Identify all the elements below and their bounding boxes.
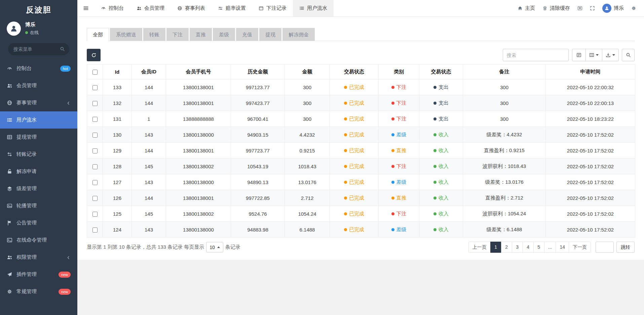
columns-button[interactable] bbox=[585, 49, 602, 61]
row-checkbox[interactable] bbox=[92, 180, 98, 185]
tab-recharge[interactable]: 充值 bbox=[236, 28, 258, 41]
table-search-input[interactable] bbox=[503, 49, 569, 61]
page-prev-button[interactable]: 上一页 bbox=[468, 242, 491, 253]
table-row: 1281451380013800210543.191018.43已完成下注收入波… bbox=[87, 159, 635, 174]
clear-cache-link[interactable]: 清除缓存 bbox=[539, 0, 574, 17]
status-dot bbox=[433, 86, 437, 89]
topnav-user-flow[interactable]: 用户流水 bbox=[293, 0, 334, 16]
table-header-row: Id会员ID会员手机号历史金额金额交易状态类别交易状态备注申请时间 bbox=[87, 65, 635, 79]
status-dot bbox=[344, 102, 347, 105]
cell-time: 2022-05-10 17:52:02 bbox=[546, 190, 635, 206]
tab-level-diff[interactable]: 差级 bbox=[213, 28, 235, 41]
sidebar-item-online-command[interactable]: 在线命令管理 bbox=[0, 232, 77, 249]
cell-flow: 收入 bbox=[419, 143, 463, 159]
user-avatar[interactable] bbox=[7, 22, 21, 36]
topnav-bet-records[interactable]: 下注记录 bbox=[252, 0, 293, 16]
refresh-button[interactable] bbox=[87, 49, 101, 61]
tab-unfreeze-commission[interactable]: 解冻佣金 bbox=[282, 28, 315, 41]
row-checkbox[interactable] bbox=[92, 148, 98, 153]
table-row: 12614413800138001997722.852.712已完成直推收入直推… bbox=[87, 190, 635, 206]
topnav-label: 用户流水 bbox=[307, 5, 327, 11]
tab-withdraw[interactable]: 提现 bbox=[259, 28, 281, 41]
caret-down-icon bbox=[612, 54, 615, 56]
home-label: 主页 bbox=[525, 5, 535, 11]
topnav-match-list[interactable]: 赛事列表 bbox=[171, 0, 212, 16]
cell-remark: 300 bbox=[463, 95, 546, 111]
cell-time: 2022-05-10 18:23:22 bbox=[546, 111, 635, 127]
status-dot bbox=[391, 149, 394, 152]
tab-transfer[interactable]: 转账 bbox=[143, 28, 165, 41]
home-link[interactable]: 主页 bbox=[514, 0, 539, 17]
row-select-cell bbox=[87, 206, 103, 222]
sidebar-item-transfer-records[interactable]: 转账记录 bbox=[0, 146, 77, 163]
page-1-button[interactable]: 1 bbox=[490, 242, 501, 253]
row-checkbox[interactable] bbox=[92, 228, 98, 233]
cell-category: 直推 bbox=[379, 143, 419, 159]
cell-phone: 13800138000 bbox=[166, 174, 231, 190]
page-5-button[interactable]: 5 bbox=[533, 242, 544, 253]
table-row: 1241431380013800094883.986.1488已完成差级收入级差… bbox=[87, 222, 635, 238]
sidebar-item-dashboard[interactable]: 控制台hot bbox=[0, 60, 77, 77]
select-all-checkbox[interactable] bbox=[92, 70, 98, 75]
page-jump-input[interactable] bbox=[596, 242, 614, 253]
row-checkbox[interactable] bbox=[92, 196, 98, 201]
row-checkbox[interactable] bbox=[92, 212, 98, 217]
export-button[interactable] bbox=[602, 49, 619, 61]
page-size-dropdown[interactable]: 10 bbox=[206, 242, 223, 252]
row-checkbox[interactable] bbox=[92, 101, 98, 106]
sidebar-item-plugin[interactable]: 插件管理new bbox=[0, 266, 77, 283]
status-dot bbox=[433, 117, 437, 120]
row-checkbox[interactable] bbox=[92, 133, 98, 138]
sidebar-item-carousel[interactable]: 轮播管理 bbox=[0, 197, 77, 214]
row-checkbox[interactable] bbox=[92, 117, 98, 122]
page-4-button[interactable]: 4 bbox=[523, 242, 534, 253]
cell-status: 已完成 bbox=[330, 206, 379, 222]
page-2-button[interactable]: 2 bbox=[501, 242, 512, 253]
page-3-button[interactable]: 3 bbox=[512, 242, 523, 253]
cell-amount: 4.4232 bbox=[285, 127, 330, 143]
cell-history-amount: 96700.41 bbox=[231, 111, 285, 127]
sidebar-toggle-button[interactable] bbox=[77, 0, 94, 16]
tab-all[interactable]: 全部 bbox=[87, 28, 109, 41]
fullscreen-button[interactable] bbox=[586, 0, 599, 17]
list-icon bbox=[299, 6, 304, 11]
sidebar-item-announcement[interactable]: 公告管理 bbox=[0, 214, 77, 232]
sidebar-item-level-diff[interactable]: 级差管理 bbox=[0, 180, 77, 197]
sidebar-item-unfreeze-apply[interactable]: 解冻申请 bbox=[0, 163, 77, 180]
column-header-7: 交易状态 bbox=[419, 65, 463, 79]
topnav-label: 控制台 bbox=[109, 5, 124, 11]
topnav-dashboard[interactable]: 控制台 bbox=[94, 0, 130, 16]
toolbar bbox=[87, 49, 635, 61]
page-next-button[interactable]: 下一页 bbox=[569, 242, 591, 253]
sidebar-item-withdraw[interactable]: 提现管理 bbox=[0, 129, 77, 146]
topnav-odds-setting[interactable]: 赔率设置 bbox=[212, 0, 252, 16]
tab-direct-push[interactable]: 直推 bbox=[190, 28, 212, 41]
topbar: 控制台会员管理赛事列表赔率设置下注记录用户流水 主页 清除缓存 bbox=[77, 0, 644, 17]
profile-link[interactable]: 博乐 bbox=[599, 0, 628, 17]
sidebar-item-label: 用户流水 bbox=[16, 117, 37, 123]
sidebar-item-permission[interactable]: 权限管理 bbox=[0, 249, 77, 266]
view-button[interactable] bbox=[572, 49, 586, 61]
sidebar-item-members[interactable]: 会员管理 bbox=[0, 77, 77, 94]
search-toggle-button[interactable] bbox=[622, 49, 635, 61]
sidebar-item-general[interactable]: 常规管理new bbox=[0, 283, 77, 300]
sidebar-item-matches[interactable]: 赛事管理 bbox=[0, 94, 77, 111]
sidebar-item-user-flow[interactable]: 用户流水 bbox=[0, 111, 77, 129]
tab-bet[interactable]: 下注 bbox=[166, 28, 189, 41]
settings-button[interactable] bbox=[628, 0, 640, 17]
row-checkbox[interactable] bbox=[92, 164, 98, 169]
topnav-members[interactable]: 会员管理 bbox=[130, 0, 171, 16]
cell-time: 2022-05-10 17:52:02 bbox=[546, 159, 635, 174]
sidebar-item-label: 提现管理 bbox=[16, 134, 37, 140]
table-row: 12914413800138001997723.770.9215已完成直推收入直… bbox=[87, 143, 635, 159]
tab-system-gift[interactable]: 系统赠送 bbox=[110, 28, 142, 41]
row-select-cell bbox=[87, 159, 103, 174]
page-14-button[interactable]: 14 bbox=[556, 242, 569, 253]
cell-phone: 13800138000 bbox=[166, 127, 231, 143]
cell-history-amount: 997722.85 bbox=[231, 190, 285, 206]
row-checkbox[interactable] bbox=[92, 85, 98, 90]
language-button[interactable] bbox=[574, 0, 586, 17]
trash-icon bbox=[542, 6, 547, 11]
page-jump-button[interactable]: 跳转 bbox=[616, 242, 635, 253]
translate-icon bbox=[577, 6, 582, 11]
